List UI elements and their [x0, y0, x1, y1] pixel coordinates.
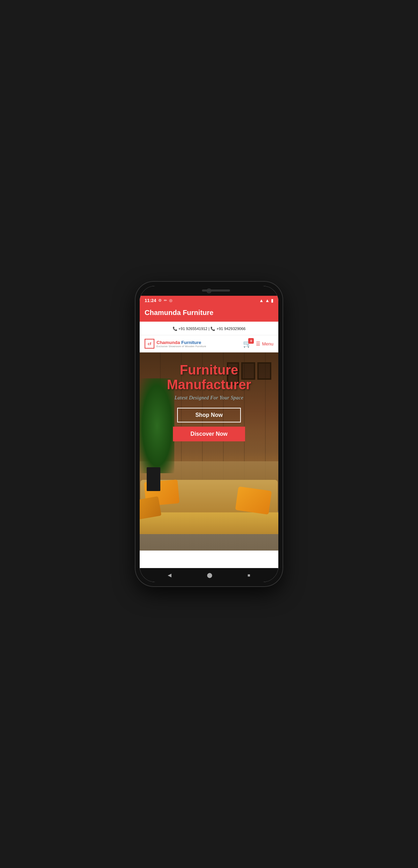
- hero-title: Furniture Manufacturer: [167, 363, 251, 392]
- app-title: Chamunda Furniture: [145, 309, 214, 316]
- signal-icon: ▲: [265, 298, 270, 303]
- logo-text: Chamunda Furniture Exclusive Showroom of…: [156, 340, 206, 348]
- phone-number-1[interactable]: +91 9265541912: [179, 327, 208, 331]
- battery-icon: ▮: [271, 298, 273, 303]
- recents-button[interactable]: [248, 573, 250, 578]
- discover-now-button[interactable]: Discover Now: [173, 427, 245, 441]
- wifi-icon: ▲: [259, 298, 264, 303]
- logo-icon: cf: [145, 339, 154, 349]
- status-right: ▲ ▲ ▮: [259, 298, 273, 303]
- hero-section: Furniture Manufacturer Latest Designed F…: [140, 352, 278, 551]
- shop-now-button[interactable]: Shop Now: [177, 408, 241, 422]
- hamburger-icon: ☰: [256, 341, 260, 346]
- phone-shell: 11:24 ⚙ ✏ ◎ ▲ ▲ ▮ Chamunda Furniture 📞: [135, 282, 283, 586]
- back-button[interactable]: [168, 572, 172, 578]
- edit-icon: ✏: [164, 298, 167, 303]
- phone-number-2[interactable]: +91 9429329066: [217, 327, 246, 331]
- speaker: [202, 289, 230, 292]
- app-bar: Chamunda Furniture: [140, 305, 278, 322]
- contact-bar: 📞 +91 9265541912 | 📞 +91 9429329066: [140, 322, 278, 335]
- location-icon: ◎: [169, 298, 173, 303]
- menu-button[interactable]: ☰ Menu: [256, 341, 273, 346]
- status-left: 11:24 ⚙ ✏ ◎: [145, 298, 173, 303]
- phone-icon-2: 📞: [210, 327, 215, 331]
- contact-info: 📞 +91 9265541912 | 📞 +91 9429329066: [173, 327, 246, 331]
- logo-area[interactable]: cf Chamunda Furniture Exclusive Showroom…: [145, 339, 206, 349]
- hero-subtitle: Latest Designed For Your Space: [175, 395, 243, 401]
- status-bar: 11:24 ⚙ ✏ ◎ ▲ ▲ ▮: [140, 296, 278, 305]
- phone-top-bar: [140, 286, 278, 296]
- gear-icon: ⚙: [158, 298, 162, 303]
- hero-content: Furniture Manufacturer Latest Designed F…: [140, 352, 278, 551]
- logo-chamunda: Chamunda: [156, 340, 180, 345]
- cart-button[interactable]: 🛒 0: [243, 340, 252, 348]
- logo-brand-name: Chamunda Furniture: [156, 340, 206, 345]
- menu-label: Menu: [262, 341, 273, 346]
- bottom-white-section: [140, 551, 278, 568]
- phone-icon-1: 📞: [173, 327, 177, 331]
- nav-right: 🛒 0 ☰ Menu: [243, 340, 273, 348]
- home-button[interactable]: [207, 572, 213, 578]
- logo-furniture: Furniture: [181, 340, 201, 345]
- logo-tagline: Exclusive Showroom of Wooden Furniture: [156, 345, 206, 348]
- nav-bar: cf Chamunda Furniture Exclusive Showroom…: [140, 335, 278, 352]
- cart-count-badge: 0: [248, 338, 254, 344]
- phone-bottom-nav: [140, 568, 278, 582]
- status-time: 11:24: [145, 298, 156, 303]
